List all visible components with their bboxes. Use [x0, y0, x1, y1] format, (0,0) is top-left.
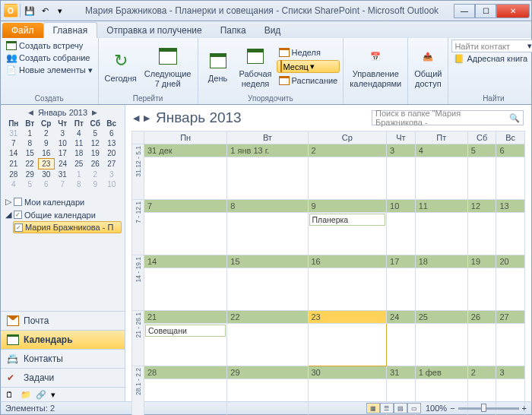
- date-header[interactable]: 9: [308, 200, 387, 213]
- file-tab[interactable]: Файл: [2, 23, 43, 38]
- folder-icon[interactable]: 📁: [21, 390, 31, 399]
- maximize-button[interactable]: ☐: [475, 4, 496, 18]
- find-contact-input[interactable]: Найти контакт▾: [451, 40, 532, 52]
- shared-calendars-node[interactable]: ◢✓Общие календари: [4, 208, 122, 221]
- date-header[interactable]: 19: [467, 255, 496, 268]
- search-input[interactable]: Поиск в папке "Мария Бражникова - 🔍: [372, 110, 524, 125]
- week-label[interactable]: 21 - 26.1: [132, 311, 144, 366]
- day-cell[interactable]: Совещани: [144, 324, 227, 366]
- minical-day[interactable]: 17: [55, 148, 71, 159]
- day-cell[interactable]: [387, 213, 416, 255]
- tab-send-receive[interactable]: Отправка и получение: [97, 23, 211, 38]
- minical-day[interactable]: 22: [22, 159, 39, 169]
- minical-day[interactable]: 18: [71, 148, 87, 159]
- calendar-entry[interactable]: ✓Мария Бражникова - П: [13, 221, 122, 233]
- day-cell[interactable]: [496, 324, 525, 366]
- schedule-view-button[interactable]: Расписание: [277, 74, 340, 87]
- minical-prev-button[interactable]: ◀: [28, 109, 33, 116]
- minical-day[interactable]: 1: [71, 169, 87, 180]
- day-cell[interactable]: [144, 157, 227, 200]
- minimize-button[interactable]: —: [454, 4, 475, 18]
- minical-day[interactable]: 2: [87, 169, 104, 180]
- date-header[interactable]: 31: [387, 366, 416, 379]
- minical-day[interactable]: 1: [22, 128, 39, 138]
- date-header[interactable]: 23: [308, 311, 387, 324]
- minical-day[interactable]: 30: [38, 169, 55, 180]
- minical-day[interactable]: 31: [55, 169, 71, 180]
- day-cell[interactable]: [415, 213, 467, 255]
- day-cell[interactable]: [496, 379, 525, 416]
- date-header[interactable]: 4: [415, 144, 467, 157]
- date-header[interactable]: 17: [387, 255, 416, 268]
- date-header[interactable]: 31 дек: [144, 144, 227, 157]
- date-header[interactable]: 18: [415, 255, 467, 268]
- notes-icon[interactable]: 🗒: [5, 390, 16, 399]
- minical-day[interactable]: 4: [5, 179, 22, 189]
- date-header[interactable]: 27: [496, 311, 525, 324]
- day-cell[interactable]: [467, 268, 496, 311]
- minical-day[interactable]: 2: [38, 128, 55, 138]
- minical-day[interactable]: 29: [22, 169, 39, 180]
- minical-day[interactable]: 26: [87, 159, 104, 169]
- date-header[interactable]: 30: [308, 366, 387, 379]
- new-items-button[interactable]: 📄Новые элементы ▾: [4, 64, 95, 76]
- day-cell[interactable]: [387, 157, 416, 200]
- week-label[interactable]: 7 - 12.1: [132, 200, 144, 255]
- date-header[interactable]: 25: [415, 311, 467, 324]
- date-header[interactable]: 2: [467, 366, 496, 379]
- minical-day[interactable]: 3: [103, 169, 120, 180]
- day-cell[interactable]: [415, 157, 467, 200]
- checkbox[interactable]: [14, 198, 22, 206]
- day-cell[interactable]: [387, 379, 416, 416]
- week-label[interactable]: 14 - 19.1: [132, 255, 144, 311]
- week-label[interactable]: 28.1 - 2.2: [132, 366, 144, 416]
- date-header[interactable]: 12: [467, 200, 496, 213]
- day-cell[interactable]: [308, 157, 387, 200]
- minical-day[interactable]: 10: [103, 179, 120, 189]
- date-header[interactable]: 1 фев: [415, 366, 467, 379]
- day-cell[interactable]: [227, 268, 308, 311]
- day-cell[interactable]: [415, 268, 467, 311]
- minical-day[interactable]: 13: [103, 138, 120, 148]
- new-appointment-button[interactable]: Создать встречу: [4, 40, 95, 52]
- date-header[interactable]: 26: [467, 311, 496, 324]
- date-header[interactable]: 13: [496, 200, 525, 213]
- address-book-button[interactable]: 📒Адресная книга: [451, 52, 532, 65]
- day-cell[interactable]: [144, 379, 227, 416]
- date-header[interactable]: 29: [227, 366, 308, 379]
- date-header[interactable]: 3: [496, 366, 525, 379]
- new-meeting-button[interactable]: 👥Создать собрание: [4, 52, 95, 64]
- date-header[interactable]: 5: [467, 144, 496, 157]
- day-cell[interactable]: [227, 324, 308, 366]
- minical-day[interactable]: 25: [71, 159, 87, 169]
- day-cell[interactable]: [496, 213, 525, 255]
- tab-home[interactable]: Главная: [43, 22, 98, 38]
- day-cell[interactable]: [496, 268, 525, 311]
- date-header[interactable]: 7: [144, 200, 227, 213]
- calendar-event[interactable]: Планерка: [309, 214, 386, 226]
- zoom-slider[interactable]: [458, 407, 519, 410]
- minical-day[interactable]: 5: [22, 179, 39, 189]
- day-cell[interactable]: [496, 157, 525, 200]
- day-cell[interactable]: [467, 157, 496, 200]
- tab-view[interactable]: Вид: [255, 23, 290, 38]
- week-view-button[interactable]: Неделя: [277, 46, 340, 59]
- day-cell[interactable]: [144, 268, 227, 311]
- day-cell[interactable]: [467, 213, 496, 255]
- checkbox[interactable]: ✓: [14, 223, 23, 232]
- date-header[interactable]: 3: [387, 144, 416, 157]
- date-header[interactable]: 16: [308, 255, 387, 268]
- day-cell[interactable]: [415, 379, 467, 416]
- minical-day[interactable]: 15: [22, 148, 39, 159]
- date-header[interactable]: 15: [227, 255, 308, 268]
- minical-day[interactable]: 19: [87, 148, 104, 159]
- date-header[interactable]: 10: [387, 200, 416, 213]
- nav-contacts[interactable]: 📇Контакты: [1, 349, 125, 368]
- today-button[interactable]: ↻ Сегодня: [102, 40, 140, 93]
- date-header[interactable]: 28: [144, 366, 227, 379]
- minical-day[interactable]: 24: [55, 159, 71, 169]
- minical-day[interactable]: 23: [38, 159, 55, 169]
- day-cell[interactable]: [467, 324, 496, 366]
- minical-day[interactable]: 27: [103, 159, 120, 169]
- minical-day[interactable]: 8: [71, 179, 87, 189]
